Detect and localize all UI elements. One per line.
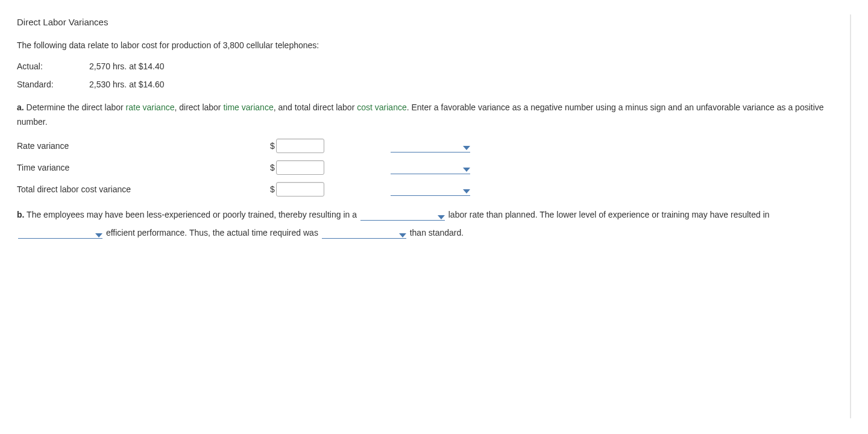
actual-row: Actual: 2,570 hrs. at $14.40 (17, 60, 850, 74)
pa-seg1: Determine the direct labor (24, 102, 126, 112)
given-data-table: Actual: 2,570 hrs. at $14.40 Standard: 2… (17, 60, 850, 92)
rate-variance-label: Rate variance (17, 139, 270, 154)
question-container: Direct Labor Variances The following dat… (17, 14, 851, 418)
time-variance-dropdown[interactable] (391, 161, 470, 174)
efficiency-dropdown[interactable] (18, 227, 102, 239)
time-variance-link[interactable]: time variance (223, 102, 273, 112)
actual-label: Actual: (17, 60, 89, 74)
currency-symbol: $ (270, 183, 275, 197)
total-variance-label: Total direct labor cost variance (17, 183, 270, 197)
cost-variance-link[interactable]: cost variance (357, 102, 406, 112)
pb-seg1: The employees may have been less-experie… (24, 210, 359, 219)
rate-variance-dropdown[interactable] (391, 139, 470, 153)
chevron-down-icon (399, 233, 406, 237)
chevron-down-icon (438, 215, 445, 219)
page-title: Direct Labor Variances (17, 14, 850, 30)
pb-seg2: labor rate than planned. The lower level… (446, 210, 770, 219)
variance-grid: Rate variance $ Time variance $ Total di… (17, 135, 850, 200)
part-b-text: b. The employees may have been less-expe… (17, 206, 850, 242)
rate-variance-link[interactable]: rate variance (126, 102, 175, 112)
chevron-down-icon (463, 168, 470, 172)
than-standard-dropdown[interactable] (322, 227, 406, 239)
part-b-prefix: b. (17, 210, 24, 219)
pb-seg4: than standard. (407, 228, 464, 237)
part-a-prefix: a. (17, 102, 24, 112)
currency-symbol: $ (270, 139, 275, 154)
standard-value: 2,530 hrs. at $14.60 (89, 78, 165, 92)
time-variance-row: Time variance $ (17, 157, 850, 178)
total-variance-row: Total direct labor cost variance $ (17, 178, 850, 200)
actual-value: 2,570 hrs. at $14.40 (89, 60, 165, 74)
labor-rate-dropdown[interactable] (360, 209, 445, 221)
rate-variance-row: Rate variance $ (17, 135, 850, 157)
pa-seg3: , and total direct labor (274, 102, 357, 112)
rate-variance-input[interactable] (276, 139, 324, 153)
total-variance-input[interactable] (276, 182, 324, 197)
pa-seg2: , direct labor (174, 102, 223, 112)
time-variance-label: Time variance (17, 161, 270, 175)
total-variance-dropdown[interactable] (391, 183, 470, 196)
time-variance-input[interactable] (276, 160, 324, 175)
chevron-down-icon (463, 146, 470, 150)
part-a-text: a. Determine the direct labor rate varia… (17, 101, 850, 130)
pb-seg3: efficient performance. Thus, the actual … (104, 228, 321, 237)
intro-text: The following data relate to labor cost … (17, 39, 850, 53)
chevron-down-icon (95, 233, 102, 237)
currency-symbol: $ (270, 161, 275, 175)
standard-label: Standard: (17, 78, 89, 92)
chevron-down-icon (463, 189, 470, 193)
standard-row: Standard: 2,530 hrs. at $14.60 (17, 78, 850, 92)
